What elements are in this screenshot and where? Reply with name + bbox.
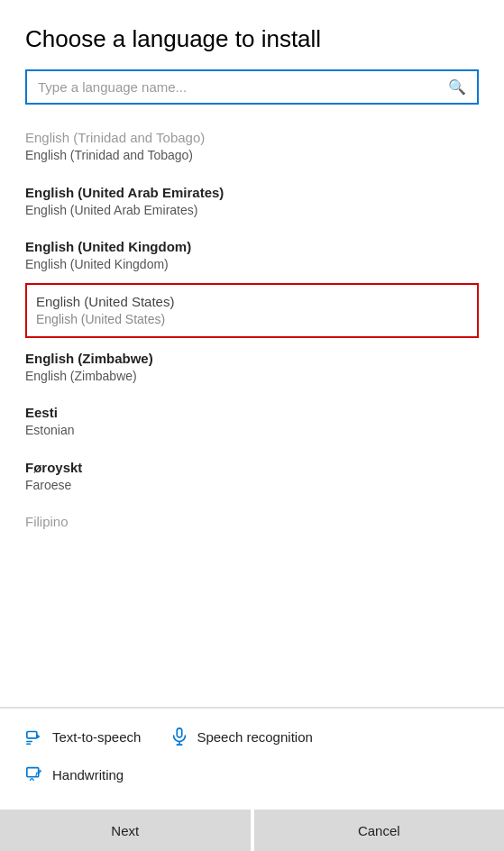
features-section: Text-to-speech Speech recognition [0,708,504,799]
lang-native: Eesti [25,403,479,422]
button-row: Next Cancel [0,799,504,851]
lang-english: English (Zimbabwe) [25,368,479,386]
text-to-speech-feature: Text-to-speech [25,723,141,750]
lang-native: Filipino [25,512,479,531]
svg-rect-0 [27,732,37,738]
handwriting-icon [25,764,45,784]
speech-recognition-feature: Speech recognition [170,723,312,750]
svg-rect-3 [178,728,183,737]
text-to-speech-icon [25,727,45,746]
list-item[interactable]: Filipino [25,503,479,540]
lang-english: English (United States) [36,311,468,329]
search-box[interactable]: 🔍 [25,69,479,105]
lang-native: English (United Arab Emirates) [25,183,479,202]
list-item[interactable]: Eesti Estonian [25,394,479,449]
list-item[interactable]: English (Zimbabwe) English (Zimbabwe) [25,340,479,395]
list-item[interactable]: English (United Arab Emirates) English (… [25,174,479,229]
lang-native: English (Trinidad and Tobago) [25,128,479,147]
svg-line-7 [36,773,37,776]
handwriting-feature: Handwriting [25,761,124,788]
speech-recognition-label: Speech recognition [197,729,312,745]
features-row-1: Text-to-speech Speech recognition [25,723,479,750]
list-item[interactable]: English (Trinidad and Tobago) English (T… [25,119,479,174]
handwriting-label: Handwriting [52,767,124,782]
cancel-button[interactable]: Cancel [254,810,505,851]
list-item-selected[interactable]: English (United States) English (United … [25,283,479,338]
features-list: Text-to-speech Speech recognition [25,723,479,788]
language-list: English (Trinidad and Tobago) English (T… [0,119,504,707]
next-button[interactable]: Next [0,810,251,851]
lang-native: Føroyskt [25,458,479,477]
lang-english: Estonian [25,422,479,440]
lang-english: English (United Kingdom) [25,256,479,274]
features-row-2: Handwriting [25,755,479,788]
lang-english: English (United Arab Emirates) [25,202,479,220]
list-item[interactable]: English (United Kingdom) English (United… [25,228,479,283]
search-icon: 🔍 [448,78,466,96]
lang-native: English (Zimbabwe) [25,349,479,368]
language-install-dialog: Choose a language to install 🔍 English (… [0,0,504,851]
lang-english: Faroese [25,477,479,495]
dialog-title: Choose a language to install [25,25,479,53]
search-input[interactable] [38,79,441,95]
speech-recognition-icon [170,727,189,746]
list-item[interactable]: Føroyskt Faroese [25,449,479,504]
lang-native: English (United Kingdom) [25,237,479,256]
text-to-speech-label: Text-to-speech [52,729,141,745]
dialog-content: Choose a language to install 🔍 English (… [0,0,504,707]
lang-native: English (United States) [36,292,468,311]
lang-english: English (Trinidad and Tobago) [25,147,479,165]
